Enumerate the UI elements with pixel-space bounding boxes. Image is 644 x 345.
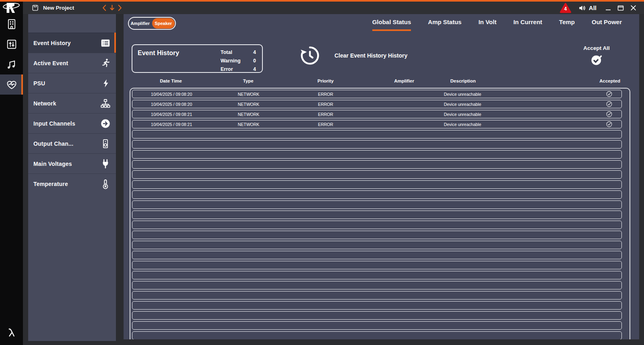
column-header-accepted: Accepted [483,79,623,83]
table-row-empty[interactable] [132,281,622,289]
sidebar-item-label: Output Chan... [33,140,73,147]
alert-count-badge[interactable]: 4 [559,2,572,13]
table-row-empty[interactable] [132,140,622,149]
table-row-empty[interactable] [132,190,622,199]
tab-global-status[interactable]: Global Status [364,19,420,31]
sidebar-item-event-history[interactable]: Event History [28,33,116,53]
cell-date-time: 10/04/2025 / 09:08:21 [132,122,211,127]
tab-out-power[interactable]: Out Power [583,19,622,31]
sidebar-item-label: Network [33,100,56,107]
table-row-empty[interactable] [132,321,622,330]
sidebar-item-psu[interactable]: PSU [28,73,116,93]
sidebar-spacer [28,14,116,33]
table-row-empty[interactable] [132,311,622,320]
save-project-icon[interactable] [31,4,39,12]
rail-item-lambda[interactable] [0,323,23,342]
sidebar-item-active-event[interactable]: Active Event [28,53,116,73]
accept-all-control: Accept All [577,45,616,68]
arrow-right-circle-icon [100,118,111,129]
tab-temp[interactable]: Temp [551,19,583,31]
cell-description: Device unreachable [443,92,482,97]
table-row[interactable]: 10/04/2025 / 09:08:21NETWORKERRORDevice … [132,120,622,128]
rail-item-building[interactable] [0,14,23,34]
tab-in-volt[interactable]: In Volt [470,19,505,31]
volume-icon[interactable] [578,4,587,12]
tab-amp-status[interactable]: Amp Status [419,19,470,31]
network-icon [100,98,111,109]
table-row-empty[interactable] [132,130,622,138]
toggle-option-speaker[interactable]: Speaker [152,18,175,29]
app-rail [0,2,23,345]
title-bar: New Project 4 All [0,2,644,14]
device-type-toggle: AmplifierSpeaker [128,17,176,30]
chevron-left-icon[interactable] [102,4,107,11]
table-row-empty[interactable] [132,251,622,259]
tab-in-current[interactable]: In Current [505,19,551,31]
top-accent-bar [0,0,644,2]
app-logo [2,2,20,14]
accepted-check-icon[interactable] [606,121,613,128]
cell-priority: ERROR [287,122,365,127]
toggle-option-amplifier[interactable]: Amplifier [129,18,152,29]
tab-label: Global Status [372,19,411,31]
minimize-button[interactable] [604,2,613,14]
sidebar-item-network[interactable]: Network [28,93,116,113]
maximize-button[interactable] [616,2,625,14]
chevron-right-icon[interactable] [118,4,122,11]
accepted-check-icon[interactable] [606,101,613,107]
tab-label: In Volt [479,19,497,29]
cell-priority: ERROR [287,112,365,117]
sidebar-item-label: Input Channels [33,120,75,127]
power-plug-icon [100,158,111,169]
table-row-empty[interactable] [132,160,622,169]
clear-event-history-button[interactable]: Clear Event History History [299,45,407,66]
column-header-type: Type [210,79,286,83]
table-row-empty[interactable] [132,211,622,219]
column-header-date-time: Date Time [132,79,210,83]
table-row[interactable]: 10/04/2025 / 09:08:21NETWORKERRORDevice … [132,110,622,118]
status-tab-bar: Global StatusAmp StatusIn VoltIn Current… [364,19,622,31]
close-button[interactable] [629,2,638,14]
lambda-icon [6,326,18,339]
table-row[interactable]: 10/04/2025 / 09:08:20NETWORKERRORDevice … [132,90,622,98]
table-row-empty[interactable] [132,241,622,249]
arrow-down-icon[interactable] [109,4,115,11]
table-row-empty[interactable] [132,271,622,279]
mixer-icon [6,38,18,50]
table-row-empty[interactable] [132,200,622,209]
stat-value: 4 [253,50,256,55]
table-row-empty[interactable] [132,150,622,159]
cell-description: Device unreachable [443,112,482,117]
sidebar-item-main-voltages[interactable]: Main Voltages [28,153,116,174]
accepted-check-icon[interactable] [606,91,613,97]
rail-item-health-monitor[interactable] [0,74,23,95]
sidebar-item-input-channels[interactable]: Input Channels [28,113,116,133]
sidebar-item-label: Event History [33,40,71,46]
table-row-empty[interactable] [132,231,622,239]
cell-accepted [482,101,621,107]
table-row-empty[interactable] [132,261,622,269]
table-row-empty[interactable] [132,180,622,189]
health-monitor-icon [6,79,18,91]
table-row-empty[interactable] [132,291,622,300]
table-row-empty[interactable] [132,221,622,229]
main-panel: AmplifierSpeaker Global StatusAmp Status… [124,14,639,339]
stat-label: Warning [221,58,241,64]
sidebar-item-temperature[interactable]: Temperature [28,174,116,194]
table-row-empty[interactable] [132,170,622,179]
column-header-description: Description [444,79,483,83]
volume-scope-label: All [589,4,597,11]
panel-nav-arrows [102,2,122,14]
running-person-icon [100,58,111,69]
rail-item-music-notes[interactable] [0,54,23,74]
table-row-empty[interactable] [132,301,622,310]
sidebar-item-output-chan[interactable]: Output Chan... [28,133,116,153]
table-row-empty[interactable] [132,331,622,339]
accepted-check-icon[interactable] [606,111,613,118]
table-row[interactable]: 10/04/2025 / 09:08:20NETWORKERRORDevice … [132,100,622,108]
cell-description: Device unreachable [443,122,482,127]
accept-all-check-icon[interactable] [590,54,603,66]
cell-type: NETWORK [211,122,286,127]
rail-item-mixer[interactable] [0,34,23,54]
summary-stat-warning: Warning0 [221,56,256,65]
